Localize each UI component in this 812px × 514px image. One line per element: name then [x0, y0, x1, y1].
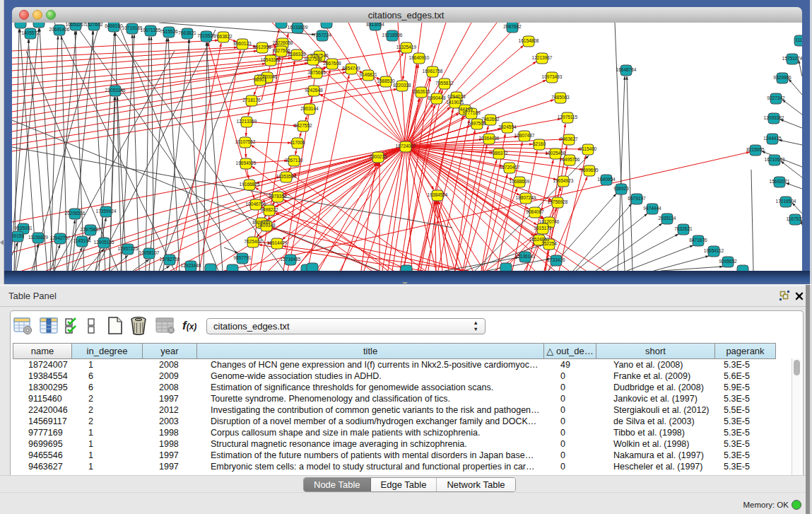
- svg-text:1588520: 1588520: [377, 78, 395, 83]
- svg-text:11156829: 11156829: [28, 235, 48, 240]
- svg-text:2718176: 2718176: [242, 98, 261, 103]
- svg-text:1112: 1112: [795, 37, 802, 42]
- svg-text:2935114: 2935114: [659, 216, 676, 221]
- svg-text:1640954: 1640954: [597, 177, 616, 182]
- svg-text:9146821: 9146821: [359, 72, 377, 77]
- svg-text:8912958: 8912958: [253, 45, 271, 49]
- svg-text:16154808: 16154808: [519, 38, 539, 43]
- svg-text:10688609: 10688609: [510, 179, 530, 184]
- svg-text:21053346: 21053346: [105, 88, 126, 93]
- svg-text:1527602: 1527602: [85, 23, 103, 27]
- svg-text:7663821: 7663821: [178, 30, 196, 35]
- svg-text:10654112: 10654112: [704, 248, 724, 253]
- svg-text:9463627: 9463627: [560, 136, 578, 141]
- svg-text:9699695: 9699695: [580, 168, 599, 173]
- svg-text:11353594: 11353594: [276, 174, 297, 179]
- svg-text:39159: 39159: [12, 233, 24, 238]
- svg-text:9115460: 9115460: [579, 146, 597, 151]
- svg-text:9535061: 9535061: [14, 226, 33, 230]
- svg-text:1362615: 1362615: [412, 89, 430, 94]
- svg-text:2087682: 2087682: [503, 24, 522, 29]
- svg-text:12213967: 12213967: [532, 55, 553, 60]
- svg-text:1733426: 1733426: [547, 257, 565, 262]
- svg-text:19654923: 19654923: [553, 178, 574, 183]
- svg-text:7955812: 7955812: [435, 81, 454, 86]
- svg-text:9474444: 9474444: [643, 206, 661, 211]
- svg-text:9242848: 9242848: [305, 88, 323, 93]
- svg-text:16033809: 16033809: [288, 25, 308, 30]
- svg-text:15692071: 15692071: [770, 179, 790, 184]
- svg-text:15716485: 15716485: [281, 257, 301, 262]
- svg-text:7515526: 7515526: [160, 29, 178, 34]
- svg-text:11325419: 11325419: [396, 45, 417, 49]
- svg-text:2300235: 2300235: [369, 154, 387, 159]
- svg-text:62160: 62160: [533, 141, 546, 146]
- svg-text:8471676: 8471676: [689, 238, 707, 243]
- svg-text:15720407: 15720407: [500, 165, 520, 170]
- svg-text:7663822: 7663822: [214, 34, 233, 39]
- svg-text:3875685: 3875685: [307, 70, 326, 75]
- svg-text:19218506: 19218506: [382, 33, 403, 37]
- svg-text:6794028: 6794028: [447, 94, 466, 99]
- svg-text:23975887: 23975887: [81, 227, 101, 232]
- svg-text:9227342: 9227342: [767, 95, 785, 100]
- svg-text:17016504: 17016504: [776, 199, 796, 204]
- svg-text:10653267: 10653267: [66, 23, 86, 27]
- svg-text:9084067: 9084067: [526, 209, 544, 214]
- svg-text:9327508: 9327508: [304, 57, 322, 62]
- svg-text:9498222: 9498222: [260, 207, 278, 212]
- svg-text:9857791: 9857791: [233, 255, 252, 260]
- svg-text:8454749: 8454749: [342, 66, 360, 71]
- svg-text:7515526: 7515526: [197, 33, 216, 38]
- svg-text:7386372: 7386372: [490, 151, 508, 156]
- svg-text:18724007: 18724007: [396, 144, 416, 148]
- svg-text:10807487: 10807487: [514, 133, 535, 138]
- svg-text:18640910: 18640910: [409, 55, 430, 60]
- svg-text:10973493: 10973493: [542, 74, 563, 79]
- svg-text:19756928: 19756928: [548, 199, 568, 204]
- svg-text:7625402: 7625402: [244, 239, 262, 244]
- svg-text:10025458: 10025458: [546, 151, 566, 156]
- svg-text:8427552: 8427552: [294, 123, 312, 128]
- svg-text:6497508: 6497508: [468, 121, 486, 126]
- svg-text:9329966: 9329966: [773, 75, 792, 80]
- svg-text:12942757: 12942757: [50, 235, 71, 240]
- svg-text:10719185: 10719185: [122, 25, 143, 30]
- svg-text:6466160: 6466160: [105, 23, 123, 28]
- svg-text:12975115: 12975115: [558, 115, 578, 119]
- svg-text:10543362: 10543362: [261, 57, 281, 62]
- svg-text:19654925: 19654925: [236, 160, 257, 165]
- svg-text:16914479: 16914479: [267, 240, 288, 245]
- svg-text:10107552: 10107552: [235, 139, 256, 144]
- svg-text:1405572: 1405572: [21, 30, 40, 35]
- svg-text:18807249: 18807249: [516, 195, 536, 200]
- svg-text:17359924: 17359924: [96, 209, 117, 214]
- svg-text:8220338: 8220338: [393, 83, 411, 88]
- svg-text:117006: 117006: [290, 140, 305, 145]
- svg-text:16782759: 16782759: [160, 257, 180, 262]
- svg-text:1145194: 1145194: [73, 238, 91, 243]
- svg-text:15751074: 15751074: [782, 56, 802, 61]
- svg-text:7357224: 7357224: [313, 33, 331, 37]
- svg-text:12093382: 12093382: [764, 115, 784, 120]
- svg-text:9245652: 9245652: [719, 259, 737, 264]
- svg-text:938923: 938923: [613, 186, 629, 191]
- svg-text:1244415: 1244415: [763, 136, 782, 141]
- svg-text:3824554: 3824554: [498, 124, 517, 129]
- svg-text:16495756: 16495756: [560, 157, 580, 162]
- svg-text:12923448: 12923448: [181, 263, 201, 268]
- svg-text:16648784: 16648784: [616, 67, 637, 72]
- svg-text:8990448: 8990448: [428, 95, 446, 100]
- svg-text:8215955: 8215955: [746, 147, 765, 152]
- svg-text:1615172: 1615172: [534, 226, 552, 230]
- svg-text:16120746: 16120746: [539, 219, 560, 224]
- svg-text:7485063: 7485063: [551, 95, 570, 100]
- svg-text:1419021: 1419021: [446, 100, 464, 105]
- svg-text:8813054: 8813054: [366, 23, 384, 27]
- svg-text:10671355: 10671355: [141, 28, 161, 33]
- svg-text:1409348: 1409348: [257, 223, 276, 228]
- svg-text:12213369: 12213369: [237, 119, 257, 124]
- svg-text:16961758: 16961758: [423, 69, 443, 74]
- svg-text:17957225: 17957225: [118, 246, 139, 251]
- svg-text:3267130: 3267130: [285, 158, 303, 163]
